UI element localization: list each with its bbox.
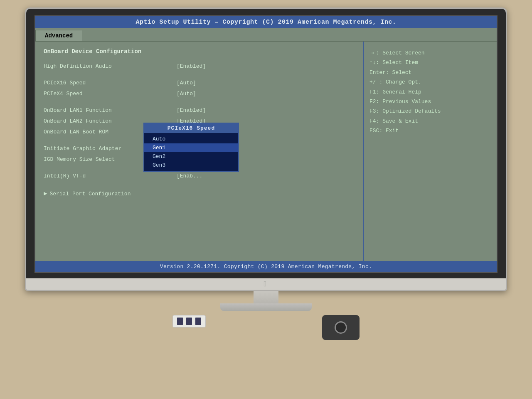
- bios-screen: Aptio Setup Utility – Copyright (C) 2019…: [34, 15, 498, 273]
- dropdown-item-gen1[interactable]: Gen1: [144, 143, 238, 152]
- value-lan1: [Enabled]: [177, 107, 206, 113]
- apple-logo-icon: : [264, 280, 268, 288]
- dropdown-title: PCIeX16 Speed: [144, 123, 238, 133]
- value-pciex16: [Auto]: [177, 80, 196, 86]
- cable-spacer: [222, 315, 305, 323]
- help-line-8: F4: Save & Exit: [369, 116, 491, 126]
- label-lan1: OnBoard LAN1 Function: [44, 107, 177, 113]
- help-line-1: →←: Select Screen: [369, 48, 491, 58]
- footer-text: Version 2.20.1271. Copyright (C) 2019 Am…: [160, 264, 372, 270]
- external-device: [322, 315, 360, 340]
- setting-row-hda[interactable]: High Definition Audio [Enabled]: [44, 62, 355, 71]
- dropdown-items: Auto Gen1 Gen2 Gen3: [144, 133, 238, 171]
- screen-bezel: Aptio Setup Utility – Copyright (C) 2019…: [26, 9, 506, 278]
- submenu-serial-port[interactable]: ► Serial Port Configuration: [44, 190, 355, 197]
- usb-port-2: [186, 318, 192, 325]
- device-dial-icon: [335, 321, 347, 334]
- value-hda: [Enabled]: [177, 63, 206, 69]
- dropdown-item-auto[interactable]: Auto: [144, 135, 238, 143]
- label-pciex4: PCIeX4 Speed: [44, 91, 177, 97]
- monitor-bottom-bezel: : [26, 278, 506, 290]
- dropdown-pciex16-speed: PCIeX16 Speed Auto Gen1 Gen2 Gen3: [143, 123, 239, 172]
- label-serial-port: Serial Port Configuration: [49, 191, 182, 197]
- main-content: OnBoard Device Configuration High Defini…: [35, 42, 497, 261]
- label-vtd: Intel(R) VT-d: [44, 173, 177, 179]
- usb-port-1: [177, 318, 183, 325]
- help-line-6: F2: Previous Values: [369, 97, 491, 106]
- submenu-arrow-icon: ►: [44, 190, 47, 197]
- help-line-7: F3: Optimized Defaults: [369, 106, 491, 116]
- dropdown-item-gen3[interactable]: Gen3: [144, 161, 238, 170]
- tab-row: Advanced: [35, 28, 497, 42]
- help-line-9: ESC: Exit: [369, 126, 491, 135]
- dropdown-item-gen2[interactable]: Gen2: [144, 152, 238, 161]
- help-line-3: Enter: Select: [369, 68, 491, 77]
- setting-row-pciex16[interactable]: PCIeX16 Speed [Auto]: [44, 78, 355, 87]
- setting-row-lan1[interactable]: OnBoard LAN1 Function [Enabled]: [44, 106, 355, 115]
- monitor-stand-base: [220, 303, 312, 311]
- value-vtd: [Enab...: [177, 173, 202, 179]
- setting-row-vtd[interactable]: Intel(R) VT-d [Enab...: [44, 171, 355, 180]
- footer-bar: Version 2.20.1271. Copyright (C) 2019 Am…: [35, 261, 497, 272]
- setting-row-pciex4[interactable]: PCIeX4 Speed [Auto]: [44, 89, 355, 98]
- help-line-4: +/–: Change Opt.: [369, 77, 491, 87]
- label-hda: High Definition Audio: [44, 63, 177, 69]
- usb-hub: [172, 315, 206, 328]
- help-line-2: ↑↓: Select Item: [369, 58, 491, 67]
- usb-port-3: [195, 318, 201, 325]
- monitor-stand-neck: [254, 291, 278, 303]
- section-heading: OnBoard Device Configuration: [44, 48, 355, 55]
- value-pciex4: [Auto]: [177, 91, 196, 97]
- monitor: Aptio Setup Utility – Copyright (C) 2019…: [25, 7, 507, 291]
- left-panel: OnBoard Device Configuration High Defini…: [35, 42, 364, 261]
- title-bar: Aptio Setup Utility – Copyright (C) 2019…: [35, 16, 497, 28]
- label-pciex16: PCIeX16 Speed: [44, 80, 177, 86]
- title-text: Aptio Setup Utility – Copyright (C) 2019…: [135, 19, 396, 26]
- help-line-5: F1: General Help: [369, 87, 491, 97]
- right-panel: →←: Select Screen ↑↓: Select Item Enter:…: [364, 42, 497, 261]
- help-text: →←: Select Screen ↑↓: Select Item Enter:…: [369, 48, 491, 136]
- tab-advanced[interactable]: Advanced: [35, 30, 82, 41]
- desk-area: [0, 313, 532, 340]
